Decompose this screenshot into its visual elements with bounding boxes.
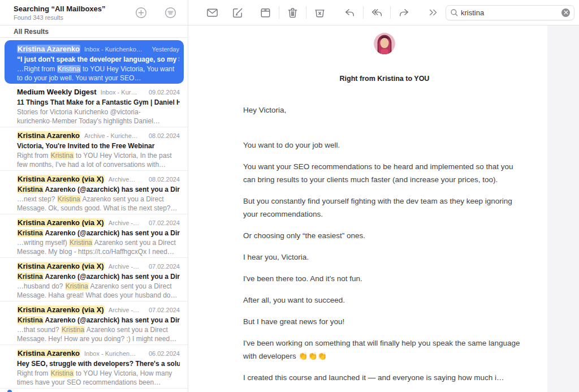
result-subject: “I just don't speak the developer langua…	[17, 55, 179, 63]
get-mail-button[interactable]	[206, 6, 219, 19]
compose-icon	[231, 6, 244, 19]
result-row[interactable]: Kristina Azarenko Inbox - Kurichen… 06.0…	[0, 345, 188, 389]
filter-button[interactable]	[164, 6, 176, 19]
email-paragraph: I hear you, Victoria.	[243, 251, 526, 264]
result-subject: Kristina Azarenko (@azarchick) has sent …	[17, 229, 180, 237]
result-subject: Victoria, You're Invited to the Free Web…	[17, 142, 180, 150]
result-preview: …writing myself) Kristina Azarenko sent …	[17, 239, 180, 256]
email-paragraph: Or choosing only “the easiest” ones.	[243, 229, 526, 242]
toolbar-overflow-button[interactable]	[427, 7, 439, 18]
double-chevron-right-icon	[427, 7, 439, 18]
email-content: Right from Kristina to YOU Hey Victoria,…	[243, 25, 526, 392]
search-summary-header: Searching “All Mailboxes” Found 343 resu…	[0, 0, 188, 25]
result-date: 06.02.2024	[149, 350, 180, 357]
result-sender: Medium Weekly Digest	[17, 88, 97, 96]
result-row[interactable]: LinkedIn	[0, 389, 188, 392]
email-paragraph: You want your SEO recommendations to be …	[243, 160, 526, 186]
toolbar: Searching “All Mailboxes” Found 343 resu…	[0, 0, 579, 25]
result-sender: Kristina Azarenko (via X)	[17, 305, 105, 314]
forward-button[interactable]	[397, 6, 411, 19]
reply-icon	[343, 6, 356, 19]
result-preview: Right from Kristina to YOU Hey Victoria,…	[17, 152, 180, 169]
result-subject: Hey SEO, struggle with developers? There…	[17, 360, 180, 368]
compose-button[interactable]	[231, 6, 244, 19]
result-mailbox: Archive…	[109, 176, 144, 183]
trash-icon	[286, 6, 299, 19]
result-date: 07.02.2024	[149, 307, 180, 313]
search-results-pane: All Results Kristina Azarenko Inbox - Ku…	[0, 25, 188, 392]
search-area	[427, 5, 574, 20]
result-row[interactable]: Kristina Azarenko Archive - Kuriche… 08.…	[0, 127, 188, 171]
result-row[interactable]: Kristina Azarenko (via X) Archive -… 07.…	[0, 301, 188, 345]
result-date: 08.02.2024	[149, 132, 180, 139]
toolbar-separator	[390, 6, 391, 19]
result-mailbox: Inbox - Kur…	[101, 89, 144, 96]
email-paragraph: You want to do your job well.	[243, 139, 526, 152]
result-date: Yesterday	[152, 46, 179, 53]
result-sender: Kristina Azarenko (via X)	[17, 262, 105, 270]
reply-all-icon	[370, 6, 383, 19]
result-preview: Right from Kristina to YOU Hey Victoria,…	[17, 369, 180, 387]
result-date: 07.02.2024	[149, 263, 180, 270]
email-paragraph: After all, you want to succeed.	[243, 294, 526, 307]
tab-all-results[interactable]: All Results	[0, 25, 188, 38]
result-row[interactable]: Medium Weekly Digest Inbox - Kur… 09.02.…	[0, 84, 188, 127]
search-box	[446, 5, 574, 20]
result-sender: Kristina Azarenko	[17, 349, 80, 357]
message-right-gutter	[547, 25, 579, 392]
result-row[interactable]: Kristina Azarenko Inbox - Kurichenko… Ye…	[5, 40, 184, 84]
reply-all-button[interactable]	[370, 6, 383, 19]
search-scope-title: Searching “All Mailboxes”	[14, 5, 135, 13]
toolbar-separator	[279, 6, 279, 19]
clear-search-button[interactable]	[561, 8, 570, 17]
message-view: Right from Kristina to YOU Hey Victoria,…	[188, 25, 579, 392]
archive-icon	[259, 6, 272, 19]
result-mailbox: Archive - Kuriche…	[84, 132, 144, 139]
tab-all-results-label: All Results	[14, 28, 49, 36]
result-preview: …that sound? Kristina Azarenko sent you …	[17, 326, 180, 343]
archive-button[interactable]	[259, 6, 272, 19]
result-row[interactable]: Kristina Azarenko (via X) Archive -… 07.…	[0, 214, 188, 258]
email-title: Right from Kristina to YOU	[243, 75, 526, 83]
result-preview: …Right from Kristina to YOU Hey Victoria…	[17, 65, 179, 83]
email-body: Hey Victoria,You want to do your job wel…	[243, 104, 526, 384]
search-icon	[450, 8, 459, 17]
filter-circle-icon	[165, 7, 176, 19]
result-mailbox: Archive -…	[109, 307, 144, 313]
result-date: 07.02.2024	[149, 219, 180, 226]
junk-button[interactable]	[313, 6, 326, 19]
email-paragraph: But you constantly find yourself fightin…	[243, 195, 526, 221]
reply-actions-group	[338, 6, 416, 19]
result-mailbox: Archive -…	[109, 219, 144, 226]
result-sender: Kristina Azarenko (via X)	[17, 218, 105, 227]
result-row[interactable]: Kristina Azarenko (via X) Archive -… 07.…	[0, 258, 188, 301]
search-input[interactable]	[459, 8, 561, 17]
result-preview: …next step? Kristina Azarenko sent you a…	[17, 195, 180, 213]
email-paragraph: Hey Victoria,	[243, 104, 526, 117]
forward-icon	[397, 6, 411, 19]
action-toolbar	[188, 0, 579, 25]
search-results-count: Found 343 results	[14, 14, 135, 21]
add-search-button[interactable]	[135, 6, 147, 19]
result-date: 08.02.2024	[149, 176, 180, 183]
result-mailbox: Inbox - Kurichenko…	[84, 46, 147, 53]
results-list: Kristina Azarenko Inbox - Kurichenko… Ye…	[0, 38, 188, 392]
delete-button[interactable]	[286, 6, 299, 19]
toolbar-separator	[306, 6, 306, 19]
envelope-icon	[206, 6, 219, 19]
result-mailbox: Inbox - Kurichen…	[84, 350, 144, 357]
mailbox-actions-group	[254, 6, 331, 19]
result-subject: Kristina Azarenko (@azarchick) has sent …	[17, 316, 180, 324]
email-paragraph: But I have great news for you!	[243, 315, 526, 328]
result-preview: Stories for Victoria Kurichenko @victori…	[17, 108, 180, 126]
email-paragraph: I've been there too. And it's not fun.	[243, 272, 526, 285]
result-subject: Kristina Azarenko (@azarchick) has sent …	[17, 186, 180, 193]
sender-avatar	[374, 33, 395, 54]
result-row[interactable]: Kristina Azarenko (via X) Archive… 08.02…	[0, 171, 188, 214]
result-preview: …husband do? Kristina Azarenko sent you …	[17, 282, 180, 300]
reply-button[interactable]	[343, 6, 356, 19]
result-subject: 11 Things That Make for a Fantastic Gym …	[17, 98, 180, 106]
result-sender: Kristina Azarenko	[17, 45, 80, 53]
email-paragraph: I've been working on something that will…	[243, 337, 526, 363]
email-paragraph: I created this course and launched it — …	[243, 371, 526, 384]
